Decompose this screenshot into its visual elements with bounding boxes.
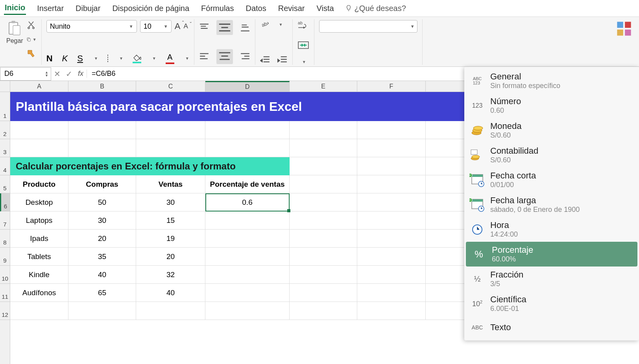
format-option-contabilidad[interactable]: ContabilidadS/0.60: [464, 143, 639, 167]
row-header-4[interactable]: 4: [0, 157, 10, 175]
menu-revisar[interactable]: Revisar: [277, 2, 306, 15]
format-option-científica[interactable]: 102Científica6.00E-01: [464, 291, 639, 316]
col-header-f[interactable]: F: [357, 81, 426, 92]
format-option-moneda[interactable]: MonedaS/0.60: [464, 118, 639, 143]
chevron-down-icon[interactable]: ▼: [152, 56, 156, 61]
cut-button[interactable]: [26, 20, 37, 30]
align-right-button[interactable]: [240, 52, 250, 61]
cell-b10[interactable]: 40: [68, 266, 136, 283]
format-option-fecha-corta[interactable]: +Fecha corta0/01/00: [464, 167, 639, 192]
format-option-número[interactable]: 123Número0.60: [464, 93, 639, 118]
format-option-fracción[interactable]: ½Fracción3/5: [464, 267, 639, 291]
format-option-hora[interactable]: Hora14:24:00: [464, 217, 639, 242]
row-header-9[interactable]: 9: [0, 248, 10, 266]
align-middle-button[interactable]: [216, 20, 233, 35]
row-header-12[interactable]: 12: [0, 302, 10, 320]
name-box[interactable]: D6 ▲▼: [0, 67, 51, 81]
align-top-button[interactable]: [199, 23, 209, 32]
subtitle-banner[interactable]: Calcular porcentajes en Excel: fórmula y…: [10, 157, 290, 175]
chevron-down-icon[interactable]: ▼: [119, 56, 123, 61]
row-header-3[interactable]: 3: [0, 139, 10, 157]
cell-b7[interactable]: 30: [68, 211, 136, 229]
cell-b8[interactable]: 20: [68, 230, 136, 247]
row-header-2[interactable]: 2: [0, 121, 10, 139]
cell-c11[interactable]: 40: [136, 284, 205, 301]
wrap-text-button[interactable]: ab: [297, 20, 309, 30]
accept-formula-button[interactable]: ✓: [63, 69, 75, 79]
chevron-down-icon[interactable]: ▼: [185, 56, 189, 61]
cell-c10[interactable]: 32: [136, 266, 205, 283]
orientation-button[interactable]: ab: [260, 20, 270, 29]
cell-a10[interactable]: Kindle: [10, 266, 68, 283]
cell-c9[interactable]: 20: [136, 248, 205, 265]
row-header-6[interactable]: 6: [0, 193, 10, 211]
cell-d9[interactable]: [205, 248, 290, 265]
name-box-stepper[interactable]: ▲▼: [45, 71, 48, 77]
merge-cells-button[interactable]: [297, 40, 309, 50]
align-center-button[interactable]: [216, 49, 233, 64]
row-header-5[interactable]: 5: [0, 175, 10, 193]
menu-disposicion[interactable]: Disposición de página: [111, 2, 190, 15]
cell-d7[interactable]: [205, 211, 290, 229]
menu-insertar[interactable]: Insertar: [36, 2, 65, 15]
font-color-button[interactable]: A: [166, 53, 174, 64]
header-producto[interactable]: Producto: [10, 175, 68, 193]
cell-d6[interactable]: 0.6: [205, 193, 290, 211]
font-name-select[interactable]: Nunito ▼: [46, 20, 137, 33]
select-all-corner[interactable]: [0, 81, 10, 92]
cell-a11[interactable]: Audífonos: [10, 284, 68, 301]
cell-a7[interactable]: Laptops: [10, 211, 68, 229]
format-option-general[interactable]: ABC123GeneralSin formato específico: [464, 68, 639, 93]
row-header-7[interactable]: 7: [0, 211, 10, 230]
font-size-select[interactable]: 10 ▼: [140, 20, 172, 33]
row-header-8[interactable]: 8: [0, 230, 10, 248]
col-header-a[interactable]: A: [10, 81, 68, 92]
menu-datos[interactable]: Datos: [245, 2, 267, 15]
row-header-11[interactable]: 11: [0, 284, 10, 302]
cell-b9[interactable]: 35: [68, 248, 136, 265]
fx-button[interactable]: fx: [75, 70, 87, 78]
col-header-c[interactable]: C: [136, 81, 205, 92]
tell-me[interactable]: ¿Qué deseas?: [345, 4, 406, 13]
align-bottom-button[interactable]: [240, 23, 250, 32]
increase-font-button[interactable]: A: [175, 21, 181, 31]
cell-c8[interactable]: 19: [136, 230, 205, 247]
cell-d11[interactable]: [205, 284, 290, 301]
chevron-down-icon[interactable]: ▼: [279, 22, 283, 27]
copy-button[interactable]: ▼: [26, 34, 37, 44]
align-left-button[interactable]: [199, 52, 209, 61]
row-header-1[interactable]: 1: [0, 92, 10, 121]
header-compras[interactable]: Compras: [68, 175, 136, 193]
cell-d8[interactable]: [205, 230, 290, 247]
format-option-texto[interactable]: ABCTexto: [464, 316, 639, 339]
cell-c6[interactable]: 30: [136, 193, 205, 211]
cancel-formula-button[interactable]: ✕: [51, 69, 63, 79]
cell-d10[interactable]: [205, 266, 290, 283]
menu-inicio[interactable]: Inicio: [4, 2, 26, 15]
border-button[interactable]: [107, 55, 108, 62]
menu-dibujar[interactable]: Dibujar: [75, 2, 101, 15]
col-header-e[interactable]: E: [290, 81, 357, 92]
row-header-10[interactable]: 10: [0, 266, 10, 284]
col-header-d[interactable]: D: [205, 81, 290, 92]
cell-b11[interactable]: 65: [68, 284, 136, 301]
col-header-b[interactable]: B: [68, 81, 136, 92]
format-option-porcentaje[interactable]: %Porcentaje60.00%: [466, 242, 637, 267]
bold-button[interactable]: N: [46, 53, 53, 64]
header-porcentaje[interactable]: Porcentaje de ventas: [205, 175, 290, 193]
format-painter-button[interactable]: [26, 48, 37, 59]
format-option-fecha-larga[interactable]: +Fecha largasábado, 0 de Enero de 1900: [464, 192, 639, 217]
conditional-format-icon[interactable]: [615, 20, 633, 37]
decrease-font-button[interactable]: A: [183, 22, 188, 30]
number-format-select[interactable]: ▼: [319, 20, 417, 33]
cell-a9[interactable]: Tablets: [10, 248, 68, 265]
decrease-indent-button[interactable]: [260, 55, 270, 64]
header-ventas[interactable]: Ventas: [136, 175, 205, 193]
cell-a6[interactable]: Desktop: [10, 193, 68, 211]
increase-indent-button[interactable]: [277, 55, 288, 64]
menu-formulas[interactable]: Fórmulas: [200, 2, 235, 15]
cell-a8[interactable]: Ipads: [10, 230, 68, 247]
fill-color-button[interactable]: [133, 54, 141, 63]
cell-c7[interactable]: 15: [136, 211, 205, 229]
paste-button[interactable]: Pegar: [6, 20, 23, 44]
